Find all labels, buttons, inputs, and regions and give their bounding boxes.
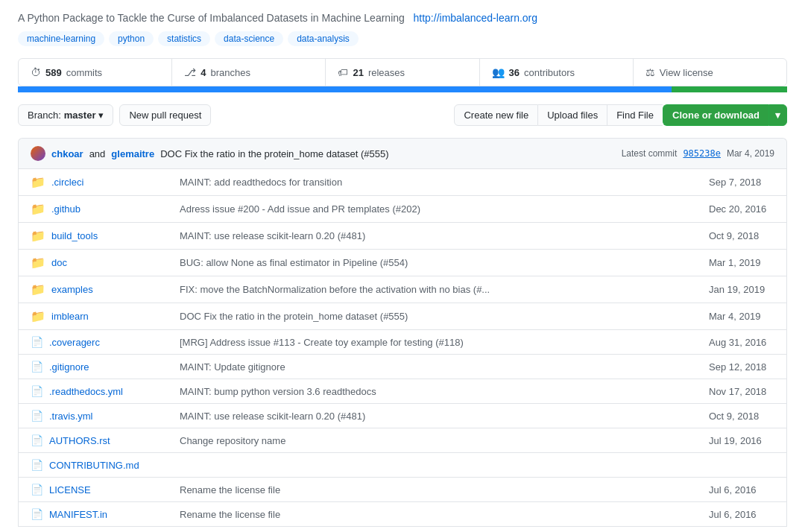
file-message-cell: Change repository name: [168, 429, 697, 452]
file-date: Nov 17, 2018: [709, 386, 766, 397]
repo-description: A Python Package to Tackle the Curse of …: [18, 12, 787, 24]
commits-count: 589: [45, 67, 62, 78]
file-message-cell: MAINT: use release scikit-learn 0.20 (#4…: [168, 405, 697, 428]
file-message-cell: BUG: allow None as final estimator in Pi…: [168, 251, 697, 274]
file-icon: 📄: [31, 434, 43, 446]
table-row: 📄 AUTHORS.rst Change repository name Jul…: [19, 428, 786, 452]
topic-badge[interactable]: machine-learning: [18, 31, 104, 46]
stat-contributors[interactable]: 👥 36 contributors: [480, 59, 634, 86]
author1-link[interactable]: chkoar: [51, 148, 83, 159]
actions-row: Branch: master ▾ New pull request Create…: [18, 104, 787, 126]
commit-author1[interactable]: chkoar: [51, 148, 83, 159]
file-link[interactable]: .circleci: [51, 177, 83, 188]
create-new-file-button[interactable]: Create new file: [454, 104, 538, 126]
file-link[interactable]: AUTHORS.rst: [49, 435, 110, 446]
description-text: A Python Package to Tackle the Curse of …: [18, 12, 405, 24]
file-date: Jul 19, 2016: [709, 435, 762, 446]
file-link[interactable]: build_tools: [51, 230, 98, 241]
new-pull-request-button[interactable]: New pull request: [119, 104, 211, 126]
topic-badge[interactable]: statistics: [158, 31, 210, 46]
file-icon: 📄: [31, 385, 43, 397]
file-date-cell: Nov 17, 2018: [697, 380, 786, 403]
file-name-cell: 📄 .readthedocs.yml: [19, 379, 168, 403]
commit-pr-link[interactable]: #555: [364, 148, 385, 159]
file-icon: 📄: [31, 410, 43, 422]
file-message-cell: DOC Fix the ratio in the protein_home da…: [168, 305, 697, 328]
stat-releases[interactable]: 🏷 21 releases: [326, 59, 479, 86]
file-date-cell: Jan 19, 2019: [697, 278, 786, 301]
upload-files-button[interactable]: Upload files: [538, 104, 607, 126]
file-link[interactable]: .coveragerc: [49, 337, 100, 348]
table-row: 📄 .gitignore MAINT: Update gitignore Sep…: [19, 354, 786, 379]
file-link[interactable]: LICENSE: [49, 484, 91, 495]
file-icon: 📄: [31, 336, 43, 348]
folder-icon: 📁: [31, 229, 45, 243]
stat-license[interactable]: ⚖ View license: [634, 59, 786, 86]
clone-dropdown-arrow[interactable]: ▾: [768, 104, 787, 126]
file-link[interactable]: .travis.yml: [49, 411, 93, 422]
table-row: 📁 imblearn DOC Fix the ratio in the prot…: [19, 303, 786, 329]
commit-and: and: [89, 148, 106, 159]
file-message-cell: MAINT: Update gitignore: [168, 355, 697, 379]
actions-left: Branch: master ▾ New pull request: [18, 104, 211, 126]
progress-fill: [18, 86, 787, 92]
commit-hash-link[interactable]: 985238e: [683, 148, 721, 159]
file-link[interactable]: MANIFEST.in: [49, 509, 107, 520]
file-date: Jan 19, 2019: [709, 284, 765, 295]
language-progress-bar: [18, 86, 787, 92]
table-row: 📁 build_tools MAINT: use release scikit-…: [19, 222, 786, 249]
branch-label: Branch:: [28, 110, 61, 121]
topic-badge[interactable]: data-analysis: [288, 31, 359, 46]
file-message-cell: Rename the license file: [168, 478, 697, 501]
file-link[interactable]: imblearn: [51, 311, 89, 322]
releases-label: releases: [368, 67, 405, 78]
file-date-cell: [697, 459, 786, 471]
file-date: Dec 20, 2016: [709, 203, 766, 215]
file-date: Jul 6, 2016: [709, 484, 757, 495]
folder-icon: 📁: [31, 175, 45, 189]
commit-message-text: DOC Fix the ratio in the protein_home da…: [160, 148, 388, 159]
chevron-down-icon: ▾: [98, 110, 104, 121]
branch-selector[interactable]: Branch: master ▾: [18, 104, 113, 126]
file-commit-message: [MRG] Address issue #113 - Create toy ex…: [180, 337, 464, 348]
contributors-icon: 👥: [492, 66, 505, 78]
folder-icon: 📁: [31, 309, 45, 323]
branch-current: master: [64, 110, 96, 121]
commits-label: commits: [66, 67, 102, 78]
file-date-cell: Sep 12, 2018: [697, 355, 786, 379]
file-link[interactable]: .readthedocs.yml: [49, 386, 123, 397]
file-link[interactable]: .gitignore: [49, 361, 89, 373]
commit-message-link[interactable]: DOC Fix the ratio in the protein_home da…: [160, 148, 358, 159]
file-date: Aug 31, 2016: [709, 337, 766, 348]
author2-link[interactable]: glemaitre: [111, 148, 154, 159]
topic-badge[interactable]: python: [109, 31, 154, 46]
table-row: 📁 .github Adress issue #200 - Add issue …: [19, 195, 786, 222]
file-link[interactable]: examples: [51, 284, 93, 295]
releases-count: 21: [353, 67, 363, 78]
file-icon: 📄: [31, 484, 43, 495]
clone-or-download-button[interactable]: Clone or download: [663, 104, 768, 126]
file-commit-message: MAINT: bump python version 3.6 readthedo…: [180, 386, 376, 397]
find-file-button[interactable]: Find File: [607, 104, 663, 126]
folder-icon: 📁: [31, 282, 45, 297]
file-icon: 📄: [31, 361, 43, 373]
table-row: 📄 .travis.yml MAINT: use release scikit-…: [19, 403, 786, 428]
table-row: 📄 MANIFEST.in Rename the license file Ju…: [19, 501, 786, 526]
file-link[interactable]: .github: [51, 203, 80, 215]
table-row: 📄 CONTRIBUTING.md: [19, 452, 786, 477]
stat-commits[interactable]: ⏱ 589 commits: [19, 59, 172, 86]
file-name-cell: 📁 imblearn: [19, 303, 168, 329]
file-date-cell: Oct 9, 2018: [697, 405, 786, 428]
file-link[interactable]: CONTRIBUTING.md: [49, 460, 139, 471]
file-date-cell: Jul 19, 2016: [697, 429, 786, 452]
file-name-cell: 📁 .circleci: [19, 169, 168, 195]
file-link[interactable]: doc: [51, 257, 67, 268]
license-label: View license: [660, 67, 713, 78]
file-name-cell: 📁 build_tools: [19, 223, 168, 249]
topic-badge[interactable]: data-science: [215, 31, 283, 46]
file-date-cell: Jul 6, 2016: [697, 503, 786, 526]
stat-branches[interactable]: ⎇ 4 branches: [172, 59, 326, 86]
repo-url[interactable]: http://imbalanced-learn.org: [414, 12, 538, 24]
topics-container: machine-learningpythonstatisticsdata-sci…: [18, 31, 787, 46]
file-name-cell: 📁 doc: [19, 250, 168, 276]
